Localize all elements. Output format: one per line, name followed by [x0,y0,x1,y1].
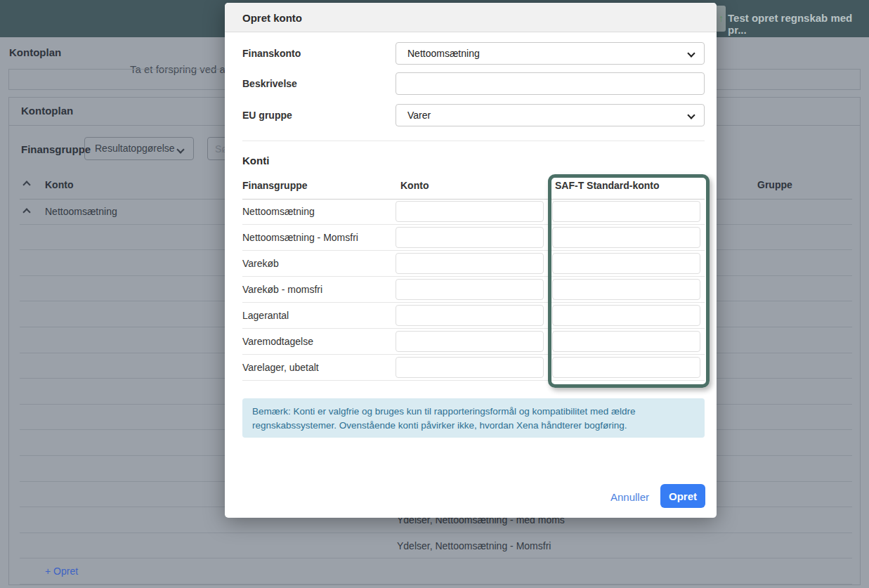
beskrivelse-input[interactable] [396,72,705,95]
column-header-konto[interactable]: Konto [45,179,73,190]
konti-row-label: Lagerantal [242,310,289,321]
konto-input[interactable] [396,227,544,248]
eu-gruppe-label: EU gruppe [242,110,292,121]
eu-gruppe-select-value: Varer [407,110,431,121]
opret-konto-modal: Opret konto Finanskonto Nettoomsætning B… [225,3,717,518]
saft-konto-input[interactable] [552,305,700,326]
konto-input[interactable] [396,357,544,378]
konto-input[interactable] [396,201,544,222]
konti-row: Varekøb [242,251,705,277]
finanskonto-select-value: Nettoomsætning [407,48,480,59]
saft-konto-input[interactable] [552,227,700,248]
konti-col-saft: SAF-T Standard-konto [555,180,660,191]
finansgruppe-select[interactable]: Resultatopgørelse [84,137,194,160]
konti-row: Varemodtagelse [242,329,705,355]
konti-row: Varelager, ubetalt [242,355,705,381]
saft-konto-input[interactable] [552,357,700,378]
create-account-link[interactable]: + Opret [45,566,78,577]
page-title: Kontoplan [9,46,61,58]
create-button[interactable]: Opret [660,484,705,508]
saft-konto-input[interactable] [552,201,700,222]
konti-row: Varekøb - momsfri [242,277,705,303]
konti-col-konto: Konto [400,180,429,191]
eu-gruppe-select[interactable]: Varer [396,104,705,126]
konti-row: Nettoomsætning [242,199,705,225]
arrow-up-icon: ↑ [719,13,724,24]
modal-title: Opret konto [242,12,302,24]
note-box: Bemærk: Konti er valgfrie og bruges kun … [242,398,705,438]
finansgruppe-label: Finansgruppe [21,143,91,155]
konti-row-label: Nettoomsætning - Momsfri [242,232,358,243]
konti-row-label: Varekøb - momsfri [242,284,322,295]
konti-row-label: Varemodtagelse [242,336,313,347]
konti-row: Nettoomsætning - Momsfri [242,225,705,251]
finanskonto-select[interactable]: Nettoomsætning [396,42,705,65]
cancel-button[interactable]: Annuller [610,491,649,503]
konti-col-finansgruppe: Finansgruppe [242,180,308,191]
group-row-label: Nettoomsætning [45,206,117,217]
finansgruppe-select-value: Resultatopgørelse [95,143,175,154]
konti-row-label: Varelager, ubetalt [242,362,319,373]
konti-row-label: Varekøb [242,258,279,269]
modal-header: Opret konto [225,3,717,32]
finanskonto-label: Finanskonto [242,48,301,59]
konti-row: Lagerantal [242,303,705,329]
saft-konto-input[interactable] [552,279,700,300]
chevron-down-icon [687,49,695,57]
company-menu[interactable]: Test opret regnskab med pr... [728,12,869,36]
konto-input[interactable] [396,253,544,274]
saft-konto-input[interactable] [552,331,700,352]
panel-title: Kontoplan [21,105,73,117]
konto-input[interactable] [396,331,544,352]
column-header-gruppe[interactable]: Gruppe [757,179,792,190]
chevron-up-icon[interactable] [22,208,30,216]
row-gruppe-value: Ydelser, Nettoomsætning - Momsfri [397,540,551,551]
konto-input[interactable] [396,279,544,300]
section-divider [242,141,705,141]
chevron-down-icon [176,145,184,153]
konti-heading: Konti [242,155,269,166]
saft-konto-input[interactable] [552,253,700,274]
table-row[interactable]: Ydelser, Nettoomsætning - Momsfri [20,533,852,559]
table-row: + Opret [20,558,852,584]
konto-input[interactable] [396,305,544,326]
chevron-down-icon [687,111,695,119]
beskrivelse-label: Beskrivelse [242,78,297,89]
konti-row-label: Nettoomsætning [242,206,315,217]
